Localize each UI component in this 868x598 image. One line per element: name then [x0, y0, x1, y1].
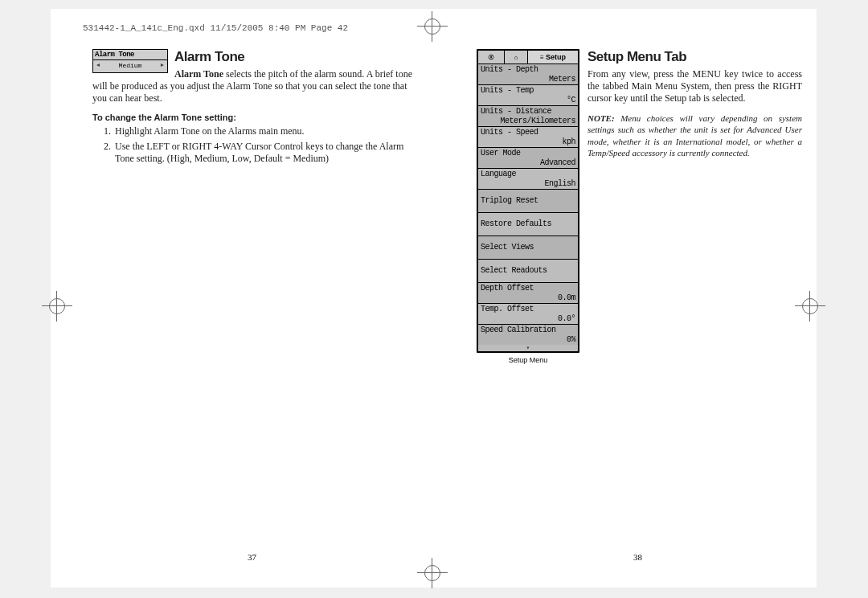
- steps-list: 1. Highlight Alarm Tone on the Alarms ma…: [104, 125, 422, 165]
- alarm-tone-lcd: Alarm Tone Medium: [92, 49, 168, 73]
- lcd-caption: Setup Menu: [477, 356, 579, 364]
- right-page: ⦿ ⌂ ≡ Setup Units - DepthMeters Units - …: [477, 49, 802, 367]
- setup-menu-lcd: ⦿ ⌂ ≡ Setup Units - DepthMeters Units - …: [477, 49, 579, 353]
- row-label: User Mode: [481, 149, 575, 158]
- lcd-row: Units - Speedkph: [478, 127, 578, 148]
- section-heading-setup: Setup Menu Tab: [588, 49, 802, 65]
- left-page: Alarm Tone Medium Alarm Tone Alarm Tone …: [92, 49, 422, 168]
- row-label: Temp. Offset: [481, 305, 575, 314]
- alarm-tone-intro: Alarm Tone selects the pitch of the alar…: [92, 68, 422, 104]
- list-item: 1. Highlight Alarm Tone on the Alarms ma…: [104, 125, 422, 137]
- step-text: Use the LEFT or RIGHT 4-WAY Cursor Contr…: [115, 141, 422, 165]
- intro-bold: Alarm Tone: [174, 68, 223, 80]
- row-value: kph: [481, 137, 575, 147]
- lcd-row: Select Readouts: [478, 260, 578, 283]
- row-value: 0.0°: [481, 314, 575, 324]
- row-label: Units - Depth: [481, 65, 575, 75]
- note-bold: NOTE:: [588, 113, 615, 123]
- row-label: Units - Speed: [481, 128, 575, 137]
- tab-prefix-icon: ≡: [540, 54, 544, 61]
- row-label: Triplog Reset: [481, 196, 538, 206]
- step-text: Highlight Alarm Tone on the Alarms main …: [115, 125, 305, 137]
- crop-mark-bottom: [424, 565, 440, 584]
- lcd-row: Units - Temp°C: [478, 85, 578, 106]
- row-label: Speed Calibration: [481, 326, 575, 335]
- row-value: Advanced: [481, 158, 575, 168]
- setup-note: NOTE: Menu choices will vary depending o…: [588, 113, 802, 158]
- lcd-footer-arrow: ▾: [478, 345, 578, 351]
- lcd-row: Speed Calibration0%: [478, 325, 578, 345]
- row-value: 0.0m: [481, 293, 575, 303]
- lcd-row: Units - DistanceMeters/Kilometers: [478, 106, 578, 127]
- page-number-left: 37: [248, 552, 256, 562]
- lcd-rows: Units - DepthMeters Units - Temp°C Units…: [478, 64, 578, 351]
- row-value: 0%: [481, 335, 575, 345]
- list-item: 2. Use the LEFT or RIGHT 4-WAY Cursor Co…: [104, 141, 422, 165]
- lcd-row: Select Views: [478, 236, 578, 260]
- tab-label: Setup: [546, 53, 566, 61]
- manual-page-spread: 531442-1_A_141c_Eng.qxd 11/15/2005 8:40 …: [50, 8, 817, 588]
- crop-mark-left: [49, 298, 65, 317]
- row-label: Restore Defaults: [481, 219, 551, 229]
- lcd-row: Units - DepthMeters: [478, 64, 578, 85]
- row-label: Units - Temp: [481, 86, 575, 96]
- row-value: Meters: [481, 75, 575, 84]
- row-label: Select Readouts: [481, 266, 547, 276]
- page-number-right: 38: [633, 552, 642, 562]
- lcd-title: Alarm Tone: [93, 50, 167, 60]
- lcd-row: Triplog Reset: [478, 190, 578, 213]
- lcd-tab-row: ⦿ ⌂ ≡ Setup: [478, 51, 578, 64]
- row-value: Meters/Kilometers: [481, 117, 575, 126]
- row-value: English: [481, 179, 575, 189]
- setup-intro: From any view, press the MENU key twice …: [588, 68, 802, 104]
- row-label: Units - Distance: [481, 107, 575, 117]
- lcd-value: Medium: [93, 60, 167, 71]
- note-rest: Menu choices will vary depending on syst…: [588, 113, 802, 158]
- row-value: °C: [481, 96, 575, 105]
- crop-mark-top: [424, 18, 440, 38]
- crop-mark-right: [802, 298, 818, 317]
- lcd-row: Restore Defaults: [478, 213, 578, 236]
- step-number: 2.: [104, 141, 115, 165]
- lcd-tab-1: ⦿: [478, 51, 505, 63]
- row-label: Depth Offset: [481, 284, 575, 293]
- lcd-row: User ModeAdvanced: [478, 148, 578, 169]
- lcd-row: Temp. Offset0.0°: [478, 304, 578, 325]
- lcd-row: Depth Offset0.0m: [478, 283, 578, 304]
- change-setting-subhead: To change the Alarm Tone setting:: [92, 113, 422, 122]
- lcd-tab-setup: ≡ Setup: [528, 51, 578, 63]
- print-header: 531442-1_A_141c_Eng.qxd 11/15/2005 8:40 …: [83, 23, 348, 33]
- setup-menu-lcd-wrap: ⦿ ⌂ ≡ Setup Units - DepthMeters Units - …: [477, 49, 579, 364]
- intro-rest: selects the pitch of the alarm sound. A …: [92, 68, 412, 104]
- step-number: 1.: [104, 125, 115, 137]
- row-label: Select Views: [481, 243, 534, 252]
- row-label: Language: [481, 170, 575, 179]
- lcd-tab-2: ⌂: [505, 51, 528, 63]
- lcd-row: LanguageEnglish: [478, 169, 578, 190]
